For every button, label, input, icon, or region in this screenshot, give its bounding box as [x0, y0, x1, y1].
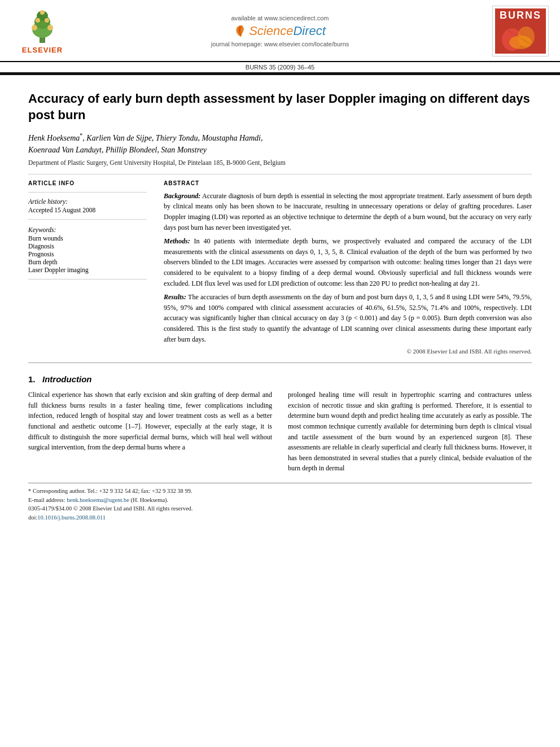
- section-number: 1.: [28, 374, 36, 384]
- keyword-2: Diagnosis: [28, 243, 147, 250]
- intro-heading: 1. Introduction: [28, 374, 532, 384]
- corresponding-author-footnote: * Corresponding author. Tel.: +32 9 332 …: [28, 487, 532, 496]
- abstract-methods: Methods: In 40 patients with intermediat…: [164, 236, 532, 289]
- svg-point-12: [509, 36, 532, 49]
- svg-point-6: [36, 18, 40, 23]
- svg-point-7: [45, 18, 49, 23]
- available-at-text: available at www.sciencedirect.com: [85, 15, 475, 21]
- elsevier-label: ELSEVIER: [22, 46, 63, 54]
- author-list-2: Koenraad Van Landuyt, Phillip Blondeel, …: [28, 146, 207, 154]
- background-text: Accurate diagnosis of burn depth is esse…: [164, 192, 532, 231]
- intro-body-columns: Clinical experience has shown that early…: [28, 390, 532, 474]
- abstract-results: Results: The accuracies of burn depth as…: [164, 292, 532, 344]
- email-footnote: E-mail address: henk.hoeksema@ugent.be (…: [28, 496, 532, 505]
- license-text: 0305-4179/$34.00 © 2008 Elsevier Ltd and…: [28, 505, 193, 512]
- accepted-date: Accepted 15 August 2008: [28, 207, 147, 213]
- email-suffix: (H. Hoeksema).: [130, 497, 168, 503]
- keyword-3: Prognosis: [28, 251, 147, 257]
- keyword-1: Burn wounds: [28, 235, 147, 242]
- burns-logo-box: BURNS: [492, 6, 549, 56]
- header-divider: [28, 174, 532, 174]
- author-list: , Karlien Van de Sijpe, Thiery Tondu, Mo…: [82, 134, 262, 142]
- svg-point-5: [47, 25, 53, 30]
- article-info-abstract-columns: ARTICLE INFO Article history: Accepted 1…: [28, 180, 532, 355]
- article-info-top-divider: [28, 192, 147, 193]
- svg-point-8: [40, 10, 45, 15]
- journal-homepage-text: journal homepage: www.elsevier.com/locat…: [85, 41, 475, 47]
- main-content: Accuracy of early burn depth assessment …: [0, 75, 560, 534]
- introduction-section: 1. Introduction Clinical experience has …: [28, 374, 532, 474]
- email-link[interactable]: henk.hoeksema@ugent.be: [67, 497, 129, 503]
- author-henk: Henk Hoeksema: [28, 134, 80, 142]
- copyright-text: © 2008 Elsevier Ltd and ISBI. All rights…: [164, 348, 532, 355]
- results-label: Results:: [164, 293, 186, 301]
- sciencedirect-leaf-icon: [234, 24, 248, 38]
- license-footnote: 0305-4179/$34.00 © 2008 Elsevier Ltd and…: [28, 504, 532, 513]
- history-label: Article history:: [28, 198, 68, 205]
- email-label: E-mail address:: [28, 497, 65, 503]
- article-history: Article history:: [28, 198, 147, 205]
- keyword-5: Laser Doppler imaging: [28, 267, 147, 273]
- keywords-label-text: Keywords:: [28, 226, 56, 233]
- doi-footnote: doi:10.1016/j.burns.2008.08.011: [28, 513, 532, 522]
- elsevier-logo: ELSEVIER: [11, 8, 73, 54]
- main-divider: [28, 362, 532, 363]
- article-title: Accuracy of early burn depth assessment …: [28, 91, 532, 123]
- doi-label: doi:: [28, 514, 37, 521]
- elsevier-tree-icon: [20, 8, 65, 45]
- footnotes-section: * Corresponding author. Tel.: +32 9 332 …: [28, 483, 532, 522]
- sciencedirect-logo: ScienceDirect: [85, 24, 475, 38]
- keywords-top-divider: [28, 219, 147, 220]
- article-info-column: ARTICLE INFO Article history: Accepted 1…: [28, 180, 147, 355]
- svg-point-4: [32, 25, 37, 30]
- intro-left-text: Clinical experience has shown that early…: [28, 390, 272, 453]
- section-title: Introduction: [42, 374, 91, 384]
- keyword-4: Burn depth: [28, 259, 147, 265]
- header-center: available at www.sciencedirect.com Scien…: [73, 15, 487, 47]
- abstract-background: Background: Accurate diagnosis of burn d…: [164, 191, 532, 233]
- background-label: Background:: [164, 192, 200, 200]
- keywords-bottom-divider: [28, 279, 147, 279]
- burns-logo-image: [495, 23, 546, 54]
- burns-logo: BURNS: [487, 6, 549, 56]
- results-text: The accuracies of burn depth assessments…: [164, 293, 532, 343]
- keywords-label: Keywords:: [28, 226, 147, 233]
- methods-label: Methods:: [164, 237, 190, 245]
- authors: Henk Hoeksema*, Karlien Van de Sijpe, Th…: [28, 131, 532, 156]
- doi-link[interactable]: 10.1016/j.burns.2008.08.011: [37, 514, 106, 521]
- burns-logo-title: BURNS: [495, 8, 546, 23]
- intro-right-text: prolonged healing time will result in hy…: [288, 390, 532, 474]
- article-info-label: ARTICLE INFO: [28, 180, 147, 186]
- abstract-section-label: ABSTRACT: [164, 180, 532, 186]
- intro-left-col: Clinical experience has shown that early…: [28, 390, 272, 474]
- journal-id: BURNS 35 (2009) 36–45: [0, 62, 560, 72]
- affiliation: Department of Plastic Surgery, Gent Univ…: [28, 159, 532, 166]
- intro-right-col: prolonged healing time will result in hy…: [288, 390, 532, 474]
- methods-text: In 40 patients with intermediate depth b…: [164, 237, 532, 287]
- corresponding-author-text: * Corresponding author. Tel.: +32 9 332 …: [28, 488, 193, 494]
- abstract-column: ABSTRACT Background: Accurate diagnosis …: [164, 180, 532, 355]
- keywords-section: Keywords: Burn wounds Diagnosis Prognosi…: [28, 226, 147, 273]
- journal-header: ELSEVIER available at www.sciencedirect.…: [0, 0, 560, 62]
